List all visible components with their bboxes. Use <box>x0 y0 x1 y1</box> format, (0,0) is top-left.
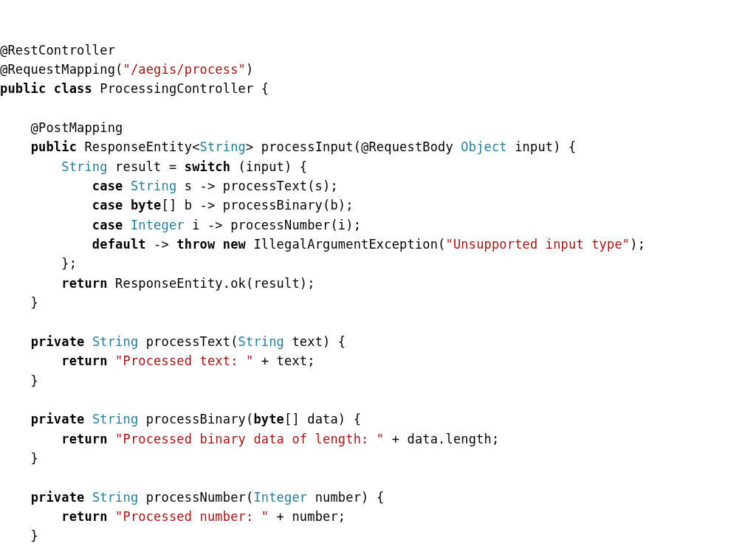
code-token: ) <box>246 62 253 77</box>
code-line: default -> throw new IllegalArgumentExce… <box>0 235 756 254</box>
code-token: "Unsupported input type" <box>446 237 630 252</box>
code-token: } <box>0 528 38 543</box>
code-token: String <box>61 159 107 174</box>
code-token <box>0 139 31 154</box>
code-line: return "Processed binary data of length:… <box>0 429 756 449</box>
code-token: switch <box>185 159 230 174</box>
code-token: String <box>238 334 284 349</box>
code-token: default <box>92 237 146 252</box>
code-token: byte <box>131 198 162 212</box>
code-line: } <box>0 293 756 312</box>
code-token: [] b -> processBinary(b); <box>162 198 354 212</box>
code-token: String <box>92 334 138 349</box>
code-token: Object <box>461 139 506 154</box>
code-line: public ResponseEntity<String> processInp… <box>0 137 756 156</box>
code-token: number) { <box>307 490 384 505</box>
code-token: input) { <box>507 139 577 154</box>
code-line: }; <box>0 254 756 273</box>
code-block: @RestController@RequestMapping("/aegis/p… <box>0 41 756 546</box>
code-token: "Processed number: " <box>115 509 269 524</box>
code-token: ResponseEntity< <box>84 139 199 154</box>
code-token: [] data) { <box>284 412 361 426</box>
code-token: case <box>92 198 131 212</box>
code-token: } <box>0 451 38 466</box>
code-line: return "Processed number: " + number; <box>0 507 756 526</box>
code-token: } <box>0 295 38 310</box>
code-line <box>0 390 756 410</box>
code-token: public <box>31 139 85 154</box>
code-line: @RestController <box>0 41 756 60</box>
code-line: return ResponseEntity.ok(result); <box>0 274 756 293</box>
code-token: private <box>31 334 92 349</box>
code-token: > processInput(@RequestBody <box>246 139 461 154</box>
code-line: private String processText(String text) … <box>0 332 756 351</box>
code-line: @PostMapping <box>0 118 756 137</box>
code-line: case Integer i -> processNumber(i); <box>0 215 756 235</box>
code-token: String <box>92 490 138 505</box>
code-token: processNumber( <box>138 490 253 505</box>
code-token: -> <box>146 237 177 252</box>
code-token: return <box>61 353 115 368</box>
code-token: public class <box>0 81 100 96</box>
code-token: "/aegis/process" <box>123 62 245 77</box>
code-token: return <box>61 276 115 291</box>
code-token: result = <box>108 159 185 174</box>
code-token <box>0 218 92 232</box>
code-line: public class ProcessingController { <box>0 79 756 98</box>
code-token: Integer <box>131 218 185 232</box>
code-line: case byte[] b -> processBinary(b); <box>0 196 756 215</box>
code-token: private <box>31 490 92 505</box>
code-token: case <box>92 218 131 232</box>
code-line: case String s -> processText(s); <box>0 176 756 196</box>
code-token: ProcessingController { <box>100 81 269 96</box>
code-token <box>0 509 61 524</box>
code-token: throw new <box>176 237 253 252</box>
code-token: processBinary( <box>138 412 253 426</box>
code-line <box>0 468 756 487</box>
code-line: private String processNumber(Integer num… <box>0 488 756 507</box>
code-line: } <box>0 371 756 390</box>
code-token: ResponseEntity.ok(result); <box>115 276 315 291</box>
code-token: String <box>200 139 246 154</box>
code-token: + text; <box>253 353 315 368</box>
code-token: Integer <box>253 490 307 505</box>
code-token: (input) { <box>230 159 307 174</box>
code-line: } <box>0 526 756 545</box>
code-line: return "Processed text: " + text; <box>0 351 756 370</box>
code-token: String <box>131 179 176 193</box>
code-token: + data.length; <box>384 432 499 446</box>
code-token <box>0 198 92 212</box>
code-token: + number; <box>269 509 346 524</box>
code-token: s -> processText(s); <box>176 179 338 193</box>
code-token: @RestController <box>0 43 115 58</box>
code-line <box>0 99 756 118</box>
code-token: @RequestMapping( <box>0 62 123 77</box>
code-line: } <box>0 449 756 468</box>
code-token: String <box>92 412 138 426</box>
code-token <box>0 159 61 174</box>
code-token: i -> processNumber(i); <box>185 218 361 232</box>
code-token <box>0 334 31 349</box>
code-token: text) { <box>284 334 346 349</box>
code-token: IllegalArgumentException( <box>253 237 445 252</box>
code-token <box>0 179 92 193</box>
code-line: @RequestMapping("/aegis/process") <box>0 60 756 79</box>
code-token <box>0 276 61 291</box>
code-token: processText( <box>138 334 238 349</box>
code-token: return <box>61 432 115 446</box>
code-token: }; <box>0 256 77 271</box>
code-token: case <box>92 179 131 193</box>
code-token: byte <box>253 412 284 426</box>
code-line <box>0 313 756 332</box>
code-token: ); <box>630 237 645 252</box>
code-token: return <box>61 509 115 524</box>
code-line: String result = switch (input) { <box>0 157 756 176</box>
code-token <box>0 353 61 368</box>
code-token <box>0 432 61 446</box>
code-token: } <box>0 373 38 388</box>
code-token: "Processed binary data of length: " <box>115 432 384 446</box>
code-token: "Processed text: " <box>115 353 253 368</box>
code-token: @PostMapping <box>0 120 123 135</box>
code-token <box>0 490 31 505</box>
code-line: private String processBinary(byte[] data… <box>0 410 756 429</box>
